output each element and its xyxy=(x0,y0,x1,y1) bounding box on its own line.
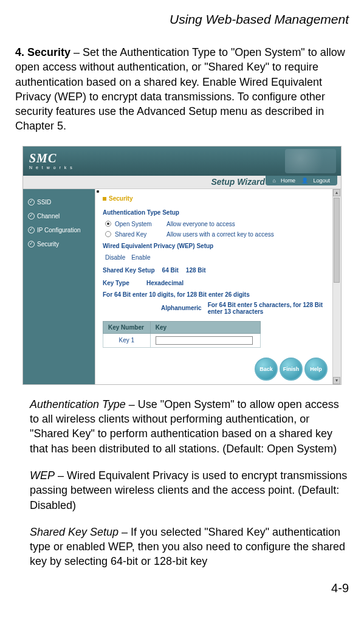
app-header: SMC N e t w o r k s xyxy=(23,147,341,176)
col-key: Key xyxy=(150,321,260,333)
sidebar-item-ipconfig[interactable]: IP Configuration xyxy=(23,223,95,237)
keytype-alpha-row[interactable]: Alphanumeric For 64 Bit enter 5 characte… xyxy=(103,302,325,315)
keytype-desc: For 64 Bit enter 5 characters, for 128 B… xyxy=(208,302,325,315)
radio-icon[interactable] xyxy=(105,231,111,237)
check-icon xyxy=(28,227,35,233)
para-title: WEP xyxy=(30,469,55,482)
top-nav: ⌂Home 👤Logout xyxy=(266,176,338,185)
auth-shared-key-row[interactable]: Shared Key Allow users with a correct ke… xyxy=(103,231,325,238)
radio-label: Enable xyxy=(131,254,150,261)
bits-64[interactable]: 64 Bit xyxy=(160,267,179,274)
check-icon xyxy=(28,241,35,247)
sidebar-item-label: IP Configuration xyxy=(37,227,81,233)
intro-paragraph: 4. Security – Set the Authentication Typ… xyxy=(15,45,349,134)
home-icon[interactable]: ⌂ xyxy=(273,178,276,184)
shared-key-paragraph: Shared Key Setup – If you selected "Shar… xyxy=(15,525,349,569)
auth-type-header: Authentication Type Setup xyxy=(103,209,325,216)
col-key-number: Key Number xyxy=(103,321,151,333)
sidebar-item-security[interactable]: Security xyxy=(23,237,95,251)
bits-128[interactable]: 128 Bit xyxy=(184,267,206,274)
para-title: Shared Key Setup xyxy=(30,526,118,538)
help-button[interactable]: Help xyxy=(304,358,328,381)
wizard-bar: Setup Wizard ⌂Home 👤Logout xyxy=(23,176,341,189)
keytype-desc: For 64 Bit enter 10 digits, for 128 Bit … xyxy=(103,291,250,298)
wep-disable[interactable]: Disable xyxy=(105,254,125,261)
action-buttons: Back Finish Help xyxy=(255,358,328,381)
finish-button[interactable]: Finish xyxy=(280,358,303,381)
radio-label: Open System xyxy=(115,221,167,227)
wizard-title: Setup Wizard xyxy=(211,177,265,187)
radio-label: Shared Key xyxy=(115,231,167,238)
auth-type-paragraph: Authentication Type – Use "Open System" … xyxy=(15,397,349,456)
keytype-hex[interactable]: Hexadecimal xyxy=(144,280,184,286)
scroll-down-icon[interactable]: ▾ xyxy=(333,377,340,384)
auth-open-system-row[interactable]: Open System Allow everyone to access xyxy=(103,221,325,227)
radio-label: Alphanumeric xyxy=(161,305,202,311)
key-number-cell: Key 1 xyxy=(103,333,151,347)
radio-label: 128 Bit xyxy=(186,267,206,274)
radio-label: Hexadecimal xyxy=(146,280,184,286)
check-icon xyxy=(28,199,35,206)
table-row: Key 1 xyxy=(103,333,261,347)
header-graphic xyxy=(285,149,336,173)
radio-label: Disable xyxy=(105,254,125,261)
logout-icon[interactable]: 👤 xyxy=(301,178,308,184)
radio-desc: Allow everyone to access xyxy=(167,221,235,227)
wep-enable[interactable]: Enable xyxy=(131,254,150,261)
check-icon xyxy=(28,213,35,219)
page-header: Using Web-based Management xyxy=(15,12,349,27)
sidebar-item-label: SSID xyxy=(37,199,51,206)
para-title: Authentication Type xyxy=(30,398,126,410)
key-type-row: Key Type Hexadecimal For 64 Bit enter 10… xyxy=(103,280,325,298)
para-body: – Wired Equivalent Privacy is used to en… xyxy=(30,469,347,511)
page-number: 4-9 xyxy=(15,581,349,595)
back-button[interactable]: Back xyxy=(255,358,278,381)
shared-key-label: Shared Key Setup xyxy=(103,267,155,274)
screenshot-inset: SMC N e t w o r k s Setup Wizard ⌂Home 👤… xyxy=(22,146,342,385)
key-table: Key Number Key Key 1 xyxy=(103,321,261,348)
radio-icon[interactable] xyxy=(105,221,111,227)
item-number: 4. xyxy=(15,46,24,58)
wep-paragraph: WEP – Wired Equivalent Privacy is used t… xyxy=(15,468,349,513)
smc-logo: SMC N e t w o r k s xyxy=(29,152,74,170)
logout-link[interactable]: Logout xyxy=(313,178,330,184)
radio-desc: Allow users with a correct key to access xyxy=(167,231,274,238)
key-type-label: Key Type xyxy=(103,280,139,286)
shared-key-setup-row: Shared Key Setup 64 Bit 128 Bit xyxy=(103,267,325,274)
sidebar-item-label: Channel xyxy=(37,213,60,219)
wep-options: Disable Enable xyxy=(103,254,325,261)
scroll-up-icon[interactable]: ▴ xyxy=(333,189,340,196)
item-title: Security xyxy=(27,46,70,58)
key-input[interactable] xyxy=(156,336,253,345)
sidebar-item-channel[interactable]: Channel xyxy=(23,209,95,223)
sidebar-item-ssid[interactable]: SSID xyxy=(23,195,95,209)
section-header: Security xyxy=(103,195,325,202)
sidebar-item-label: Security xyxy=(37,241,59,247)
wep-header: Wired Equivalent Privacy (WEP) Setup xyxy=(103,243,325,249)
scroll-thumb[interactable] xyxy=(334,198,340,283)
scrollbar[interactable]: ▴ ▾ xyxy=(332,189,341,384)
key-value-cell xyxy=(150,333,260,347)
main-panel: Security Authentication Type Setup Open … xyxy=(95,189,332,384)
radio-label: 64 Bit xyxy=(162,267,179,274)
home-link[interactable]: Home xyxy=(281,178,295,184)
sidebar: SSID Channel IP Configuration Security xyxy=(23,189,95,384)
item-body: – Set the Authentication Type to "Open S… xyxy=(15,46,345,132)
